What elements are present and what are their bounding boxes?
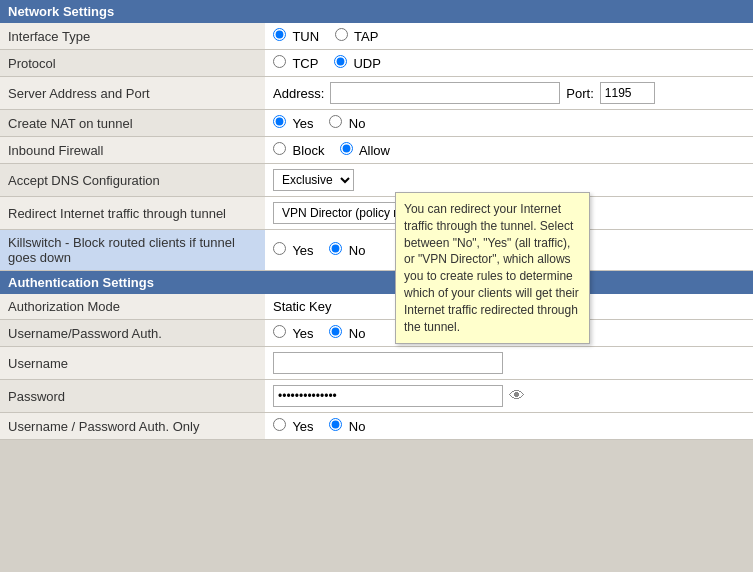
tcp-radio[interactable] xyxy=(273,55,286,68)
upauth-no-radio[interactable] xyxy=(329,325,342,338)
username-input[interactable] xyxy=(273,352,503,374)
auth-mode-text: Static Key xyxy=(273,299,332,314)
create-nat-label: Create NAT on tunnel xyxy=(0,110,265,137)
interface-type-controls: TUN TAP xyxy=(265,23,753,50)
block-option[interactable]: Block xyxy=(273,143,328,158)
server-address-port-label: Server Address and Port xyxy=(0,77,265,110)
accept-dns-label: Accept DNS Configuration xyxy=(0,164,265,197)
username-controls xyxy=(265,347,753,380)
tap-option[interactable]: TAP xyxy=(335,29,379,44)
network-settings-title: Network Settings xyxy=(8,4,114,19)
redirect-internet-tooltip: You can redirect your Internet traffic t… xyxy=(395,192,590,344)
tap-radio[interactable] xyxy=(335,28,348,41)
inbound-firewall-label: Inbound Firewall xyxy=(0,137,265,164)
killswitch-yes-radio[interactable] xyxy=(273,242,286,255)
network-settings-header: Network Settings xyxy=(0,0,753,23)
nat-no-option[interactable]: No xyxy=(329,116,365,131)
redirect-internet-label: Redirect Internet traffic through tunnel xyxy=(0,197,265,230)
username-password-only-label: Username / Password Auth. Only xyxy=(0,413,265,440)
auth-mode-label: Authorization Mode xyxy=(0,294,265,320)
interface-type-label: Interface Type xyxy=(0,23,265,50)
uponly-yes-option[interactable]: Yes xyxy=(273,419,317,434)
username-password-only-controls: Yes No xyxy=(265,413,753,440)
killswitch-label: Killswitch - Block routed clients if tun… xyxy=(0,230,265,271)
auth-settings-header: Authentication Settings xyxy=(0,271,753,294)
killswitch-no-radio[interactable] xyxy=(329,242,342,255)
server-address-port-controls: Address: Port: xyxy=(265,77,753,110)
auth-settings-section: Authentication Settings Authorization Mo… xyxy=(0,271,753,440)
address-label: Address: xyxy=(273,86,324,101)
upauth-yes-option[interactable]: Yes xyxy=(273,326,317,341)
upauth-yes-radio[interactable] xyxy=(273,325,286,338)
password-controls: 👁︎ xyxy=(265,380,753,413)
accept-dns-select[interactable]: Exclusive Strict No xyxy=(273,169,354,191)
nat-yes-radio[interactable] xyxy=(273,115,286,128)
nat-no-radio[interactable] xyxy=(329,115,342,128)
tun-option[interactable]: TUN xyxy=(273,29,323,44)
network-settings-section: Network Settings Interface Type TUN TAP … xyxy=(0,0,753,271)
killswitch-no-option[interactable]: No xyxy=(329,243,365,258)
block-radio[interactable] xyxy=(273,142,286,155)
udp-radio[interactable] xyxy=(334,55,347,68)
address-input[interactable] xyxy=(330,82,560,104)
username-label: Username xyxy=(0,347,265,380)
protocol-label: Protocol xyxy=(0,50,265,77)
udp-option[interactable]: UDP xyxy=(334,56,381,71)
tooltip-text: You can redirect your Internet traffic t… xyxy=(404,202,579,334)
port-input[interactable] xyxy=(600,82,655,104)
username-password-auth-label: Username/Password Auth. xyxy=(0,320,265,347)
uponly-no-radio[interactable] xyxy=(329,418,342,431)
allow-option[interactable]: Allow xyxy=(340,143,390,158)
nat-yes-option[interactable]: Yes xyxy=(273,116,317,131)
toggle-password-icon[interactable]: 👁︎ xyxy=(509,387,525,405)
upauth-no-option[interactable]: No xyxy=(329,326,365,341)
killswitch-yes-option[interactable]: Yes xyxy=(273,243,317,258)
uponly-no-option[interactable]: No xyxy=(329,419,365,434)
redirect-internet-controls: VPN Director (policy rules) Yes No You c… xyxy=(265,197,753,230)
tcp-option[interactable]: TCP xyxy=(273,56,322,71)
uponly-yes-radio[interactable] xyxy=(273,418,286,431)
allow-radio[interactable] xyxy=(340,142,353,155)
auth-settings-title: Authentication Settings xyxy=(8,275,154,290)
create-nat-controls: Yes No xyxy=(265,110,753,137)
tun-radio[interactable] xyxy=(273,28,286,41)
password-label: Password xyxy=(0,380,265,413)
protocol-controls: TCP UDP xyxy=(265,50,753,77)
password-input[interactable] xyxy=(273,385,503,407)
inbound-firewall-controls: Block Allow xyxy=(265,137,753,164)
port-label: Port: xyxy=(566,86,593,101)
